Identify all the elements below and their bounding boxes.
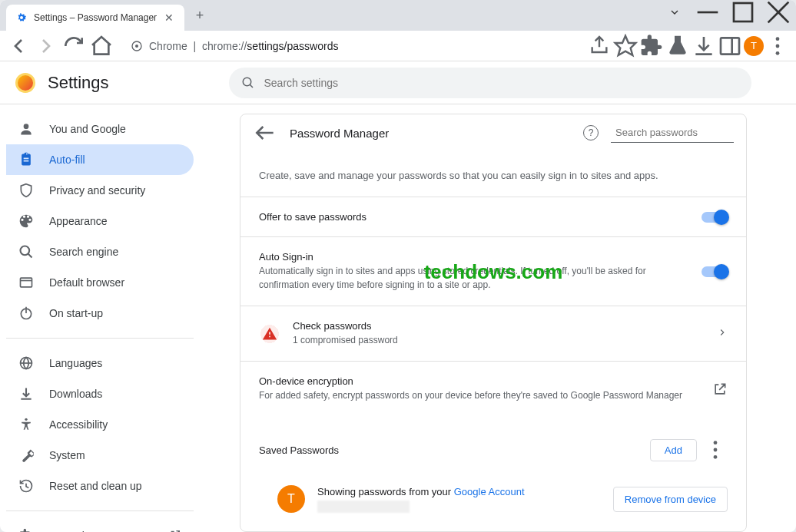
- restore-icon: [18, 478, 34, 494]
- palette-icon: [18, 213, 34, 229]
- saved-password-source-row: T Showing passwords from your Google Acc…: [240, 476, 746, 531]
- globe-icon: [18, 355, 34, 371]
- search-settings-box[interactable]: [229, 68, 751, 98]
- search-icon: [18, 244, 34, 259]
- open-external-icon: [169, 529, 181, 533]
- svg-rect-17: [21, 278, 32, 287]
- bookmark-star-icon[interactable]: [613, 34, 638, 58]
- sidebar-item-label: Privacy and security: [49, 184, 145, 197]
- downloads-icon[interactable]: [692, 34, 716, 58]
- search-passwords-input[interactable]: [615, 127, 745, 138]
- back-arrow-button[interactable]: [253, 121, 277, 145]
- search-icon: [241, 76, 255, 90]
- warning-triangle-icon: [259, 323, 280, 345]
- tab-title: Settings – Password Manager: [34, 12, 157, 23]
- person-icon: [18, 121, 34, 137]
- check-passwords-row[interactable]: Check passwords 1 compromised password: [259, 320, 728, 347]
- auto-signin-toggle[interactable]: [701, 266, 728, 277]
- reload-button[interactable]: [61, 34, 86, 58]
- profile-avatar[interactable]: T: [744, 36, 764, 56]
- minimize-button[interactable]: [690, 0, 725, 25]
- settings-content: Password Manager ? Create, save and mana…: [200, 104, 796, 532]
- svg-marker-6: [615, 35, 636, 55]
- maximize-button[interactable]: [725, 0, 761, 25]
- sidebar-item-label: Search engine: [49, 246, 118, 258]
- password-manager-card: Password Manager ? Create, save and mana…: [240, 114, 747, 532]
- sidebar-item-privacy-and-security[interactable]: Privacy and security: [6, 175, 194, 206]
- open-external-icon[interactable]: [712, 382, 728, 397]
- saved-passwords-label: Saved Passwords: [259, 444, 339, 456]
- share-icon[interactable]: [587, 34, 612, 58]
- encryption-sub: For added safety, encrypt passwords on y…: [259, 388, 712, 402]
- svg-point-14: [24, 124, 29, 129]
- tab-search-icon[interactable]: [668, 6, 681, 21]
- remove-from-device-button[interactable]: Remove from device: [613, 487, 728, 512]
- svg-point-15: [21, 246, 30, 256]
- sidebar-item-downloads[interactable]: Downloads: [6, 378, 194, 409]
- encryption-label: On-device encryption: [259, 375, 712, 387]
- sidebar-item-label: System: [49, 449, 85, 461]
- account-avatar: T: [277, 485, 305, 513]
- sidebar-item-label: Accessibility: [49, 418, 108, 431]
- new-tab-button[interactable]: +: [189, 5, 211, 26]
- browser-tab[interactable]: Settings – Password Manager ✕: [6, 5, 184, 31]
- offer-save-toggle[interactable]: [701, 212, 728, 223]
- settings-header: Settings: [0, 61, 796, 104]
- sidepanel-icon[interactable]: [718, 34, 742, 58]
- check-passwords-label: Check passwords: [293, 320, 705, 332]
- offer-save-label: Offer to save passwords: [259, 211, 689, 223]
- chevron-right-icon: [717, 327, 728, 341]
- more-menu-icon[interactable]: [703, 438, 728, 462]
- sidebar-item-label: You and Google: [49, 123, 126, 135]
- sidebar-item-reset-and-clean-up[interactable]: Reset and clean up: [6, 471, 194, 501]
- sidebar-item-you-and-google[interactable]: You and Google: [6, 114, 194, 144]
- add-password-button[interactable]: Add: [650, 439, 697, 461]
- sidebar-item-system[interactable]: System: [6, 440, 194, 471]
- search-settings-input[interactable]: [264, 77, 739, 89]
- sidebar-item-label: On start-up: [49, 307, 103, 319]
- access-icon: [18, 417, 34, 432]
- intro-text: Create, save and manage your passwords s…: [240, 151, 746, 197]
- sidebar-item-default-browser[interactable]: Default browser: [6, 267, 194, 298]
- svg-point-27: [714, 441, 718, 444]
- sidebar-item-label: Default browser: [49, 276, 124, 289]
- svg-point-9: [776, 37, 780, 41]
- close-tab-icon[interactable]: ✕: [163, 12, 175, 24]
- close-window-button[interactable]: [761, 0, 796, 25]
- sidebar-item-accessibility[interactable]: Accessibility: [6, 409, 194, 440]
- browser-toolbar: Chrome | chrome://settings/passwords T: [0, 31, 796, 61]
- sidebar-item-extensions[interactable]: Extensions: [6, 520, 194, 532]
- page-title: Password Manager: [290, 127, 571, 140]
- sidebar-item-languages[interactable]: Languages: [6, 348, 194, 378]
- search-passwords-box[interactable]: [611, 124, 734, 143]
- back-button[interactable]: [6, 34, 31, 58]
- auto-signin-sub: Automatically sign in to sites and apps …: [259, 264, 689, 292]
- svg-rect-7: [721, 38, 739, 54]
- sidebar-item-label: Appearance: [49, 215, 108, 227]
- home-button[interactable]: [89, 34, 114, 58]
- settings-title: Settings: [48, 73, 109, 93]
- google-account-link[interactable]: Google Account: [454, 486, 525, 497]
- settings-sidebar: You and GoogleAuto-fillPrivacy and secur…: [0, 104, 200, 532]
- extension-puzzle-icon[interactable]: [639, 34, 664, 58]
- sidebar-item-appearance[interactable]: Appearance: [6, 206, 194, 236]
- svg-point-12: [243, 78, 251, 86]
- showing-from-text: Showing passwords from your Google Accou…: [317, 486, 525, 497]
- sidebar-item-on-start-up[interactable]: On start-up: [6, 298, 194, 329]
- sidebar-item-label: Downloads: [49, 388, 102, 400]
- svg-point-10: [776, 44, 780, 48]
- labs-flask-icon[interactable]: [665, 34, 690, 58]
- sidebar-divider: [6, 338, 194, 339]
- auto-signin-label: Auto Sign-in: [259, 251, 689, 263]
- svg-rect-1: [734, 3, 752, 21]
- browser-tabstrip: Settings – Password Manager ✕ +: [0, 0, 796, 31]
- sidebar-item-auto-fill[interactable]: Auto-fill: [6, 144, 194, 175]
- chrome-page-icon: [131, 40, 143, 52]
- url-text: Chrome | chrome://settings/passwords: [149, 40, 338, 52]
- browser-menu-icon[interactable]: [765, 34, 790, 58]
- forward-button[interactable]: [34, 34, 58, 58]
- sidebar-item-search-engine[interactable]: Search engine: [6, 236, 194, 267]
- help-icon[interactable]: ?: [583, 125, 599, 140]
- address-bar[interactable]: Chrome | chrome://settings/passwords: [121, 35, 347, 57]
- check-passwords-sub: 1 compromised password: [293, 333, 705, 347]
